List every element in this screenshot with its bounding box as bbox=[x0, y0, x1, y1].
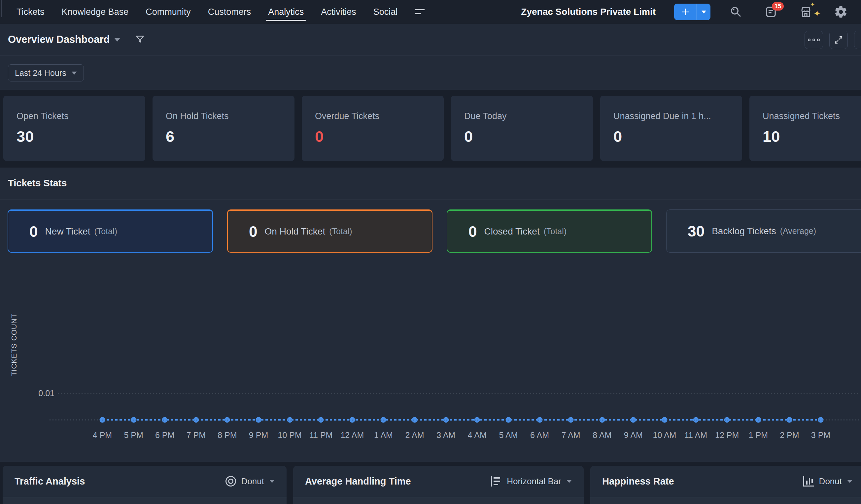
data-point-marker[interactable] bbox=[787, 417, 792, 423]
search-button[interactable] bbox=[729, 5, 743, 19]
data-point-marker[interactable] bbox=[631, 417, 636, 423]
data-point-marker[interactable] bbox=[381, 417, 386, 423]
data-point-marker[interactable] bbox=[818, 417, 824, 423]
data-point-marker[interactable] bbox=[287, 417, 292, 423]
nav-item-label: Tickets bbox=[16, 7, 44, 17]
panel-body bbox=[3, 498, 287, 504]
chart-x-tick-label: 3 AM bbox=[436, 431, 455, 440]
chart-type-label: Donut bbox=[241, 476, 264, 487]
kpi-value: 6 bbox=[166, 127, 295, 145]
kpi-section: Open Tickets 30 On Hold Tickets 6 Overdu… bbox=[0, 90, 861, 168]
add-dropdown-button[interactable] bbox=[697, 4, 710, 20]
section-gap bbox=[0, 462, 861, 466]
stat-sublabel: (Total) bbox=[94, 227, 117, 236]
kpi-label: Unassigned Due in 1 h... bbox=[613, 111, 742, 121]
nav-item[interactable]: Social bbox=[373, 0, 398, 24]
data-point-marker[interactable] bbox=[599, 417, 605, 423]
nav-item-label: Social bbox=[373, 7, 398, 17]
chart-x-tick-label: 3 PM bbox=[811, 431, 830, 440]
kpi-card[interactable]: Open Tickets 30 bbox=[3, 96, 145, 161]
kpi-card[interactable]: On Hold Tickets 6 bbox=[152, 96, 295, 161]
stat-sublabel: (Total) bbox=[329, 227, 352, 236]
stat-label: Closed Ticket bbox=[484, 226, 540, 237]
activities-tasks-button[interactable]: 15 bbox=[764, 5, 778, 19]
nav-item[interactable]: Activities bbox=[321, 0, 356, 24]
chart-x-tick-label: 10 PM bbox=[278, 431, 302, 440]
marketplace-button[interactable]: ✦ ✦ bbox=[799, 5, 814, 19]
data-point-marker[interactable] bbox=[724, 417, 730, 423]
panel-card: Traffic Analysis Donut bbox=[3, 466, 287, 504]
add-button-group bbox=[674, 4, 710, 20]
gear-icon bbox=[834, 5, 848, 19]
chart-x-tick-label: 1 PM bbox=[749, 431, 768, 440]
stat-card-row: 0 New Ticket (Total) 0 On Hold Ticket (T… bbox=[8, 209, 861, 253]
settings-button[interactable] bbox=[834, 5, 848, 19]
data-point-marker[interactable] bbox=[224, 417, 230, 423]
chart-type-dropdown[interactable]: Donut bbox=[226, 476, 275, 487]
stat-value: 0 bbox=[29, 223, 38, 240]
panel-header: Traffic Analysis Donut bbox=[3, 466, 287, 498]
data-point-marker[interactable] bbox=[162, 417, 168, 423]
chart-x-tick-label: 8 PM bbox=[218, 431, 237, 440]
kpi-card[interactable]: Due Today 0 bbox=[451, 96, 593, 161]
clipped-edge-button[interactable] bbox=[854, 31, 861, 49]
time-range-dropdown[interactable]: Last 24 Hours bbox=[8, 64, 84, 82]
kpi-card[interactable]: Overdue Tickets 0 bbox=[302, 96, 444, 161]
caret-down-icon bbox=[72, 72, 77, 74]
chart-type-label: Horizontal Bar bbox=[507, 476, 561, 487]
data-point-marker[interactable] bbox=[568, 417, 574, 423]
nav-overflow-menu-icon[interactable] bbox=[415, 9, 425, 15]
panel-title: Average Handling Time bbox=[305, 476, 411, 487]
kpi-card[interactable]: Unassigned Due in 1 h... 0 bbox=[600, 96, 742, 161]
stat-card[interactable]: 0 Closed Ticket (Total) bbox=[447, 209, 652, 253]
chart-x-tick-label: 4 PM bbox=[93, 431, 112, 440]
data-point-marker[interactable] bbox=[475, 417, 480, 423]
nav-item[interactable]: Community bbox=[146, 0, 191, 24]
nav-item[interactable]: Tickets bbox=[16, 0, 44, 24]
data-point-marker[interactable] bbox=[193, 417, 199, 423]
expand-arrows-icon bbox=[834, 35, 844, 45]
data-point-marker[interactable] bbox=[131, 417, 136, 423]
data-point-marker[interactable] bbox=[755, 417, 761, 423]
data-point-marker[interactable] bbox=[505, 417, 511, 423]
data-point-marker[interactable] bbox=[443, 417, 449, 423]
kpi-label: Unassigned Tickets bbox=[763, 111, 861, 121]
add-button[interactable] bbox=[674, 4, 697, 20]
kpi-card[interactable]: Unassigned Tickets 10 bbox=[749, 96, 861, 161]
filter-button[interactable] bbox=[134, 34, 146, 45]
data-point-marker[interactable] bbox=[537, 417, 543, 423]
chart-type-dropdown[interactable]: Horizontal Bar bbox=[491, 476, 572, 487]
chart-type-icon bbox=[803, 476, 814, 487]
stat-card[interactable]: 30 Backlog Tickets (Average) bbox=[666, 209, 861, 253]
chart-x-tick-label: 10 AM bbox=[653, 431, 676, 440]
nav-item[interactable]: Knowledge Base bbox=[62, 0, 129, 24]
nav-item[interactable]: Customers bbox=[208, 0, 251, 24]
more-options-button[interactable] bbox=[805, 31, 823, 49]
data-point-marker[interactable] bbox=[412, 417, 418, 423]
data-point-marker[interactable] bbox=[256, 417, 261, 423]
dashboard-switcher-caret-icon[interactable] bbox=[114, 38, 120, 42]
stat-card[interactable]: 0 New Ticket (Total) bbox=[8, 209, 213, 253]
stat-card[interactable]: 0 On Hold Ticket (Total) bbox=[227, 209, 433, 253]
data-point-marker[interactable] bbox=[661, 417, 667, 423]
data-point-marker[interactable] bbox=[318, 417, 324, 423]
data-point-marker[interactable] bbox=[349, 417, 355, 423]
nav-left-divider bbox=[1, 0, 2, 17]
chart-type-icon bbox=[226, 476, 236, 487]
data-point-marker[interactable] bbox=[693, 417, 699, 423]
nav-item[interactable]: Analytics bbox=[268, 0, 304, 24]
chart-x-tick-label: 7 AM bbox=[562, 431, 580, 440]
nav-item-label: Analytics bbox=[268, 7, 304, 17]
data-point-marker[interactable] bbox=[100, 417, 105, 423]
chart-x-tick-label: 5 PM bbox=[124, 431, 143, 440]
panel-title: Happiness Rate bbox=[602, 476, 674, 487]
expand-button[interactable] bbox=[829, 31, 848, 49]
chart-type-dropdown[interactable]: Donut bbox=[803, 476, 852, 487]
stat-label: On Hold Ticket bbox=[265, 226, 326, 237]
chart-type-label: Donut bbox=[819, 476, 842, 487]
page-title[interactable]: Overview Dashboard bbox=[8, 34, 110, 45]
company-name[interactable]: Zyenac Solutions Private Limit bbox=[521, 6, 656, 17]
chart-x-tick-label: 8 AM bbox=[592, 431, 612, 440]
kpi-label: Open Tickets bbox=[16, 111, 145, 121]
chart-leading-dash bbox=[50, 420, 101, 421]
